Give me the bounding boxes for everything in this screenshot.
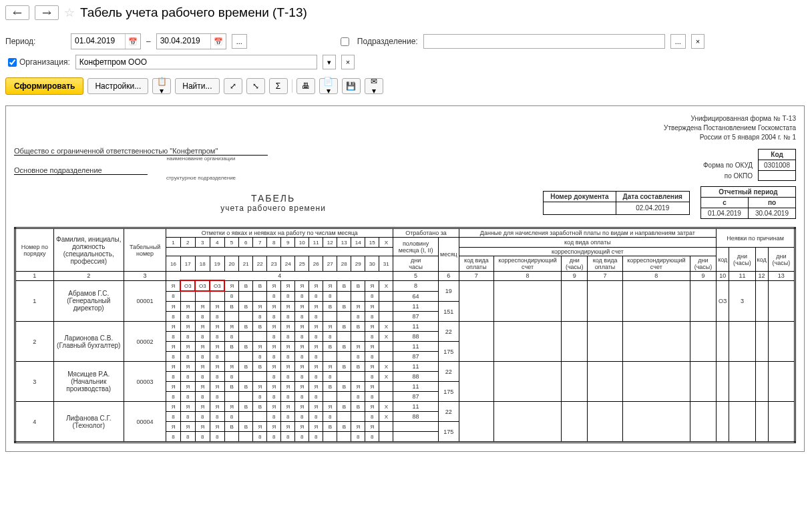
find-button[interactable]: Найти... [175, 78, 219, 94]
timesheet-table: Номер по порядкуФамилия, инициалы, должн… [14, 227, 796, 443]
division-dots-button[interactable]: ... [670, 34, 686, 49]
print-icon[interactable]: 🖶 [296, 78, 315, 94]
period-label: Период: [5, 37, 65, 46]
period-dash: – [146, 37, 151, 46]
sum-icon[interactable]: Σ [269, 78, 288, 94]
calendar-from-icon[interactable]: 📅 [125, 34, 140, 49]
company-name: Общество с ограниченной ответственностью… [14, 147, 268, 156]
org-checkbox[interactable] [8, 58, 17, 67]
back-button[interactable]: 🡐 [5, 5, 29, 20]
variants-icon[interactable]: 📋▾ [152, 78, 171, 94]
tabel-title: ТАБЕЛЬ [14, 193, 532, 204]
division-clear-button[interactable]: × [691, 34, 704, 49]
company-sub: наименование организации [14, 156, 388, 162]
period-from-input[interactable] [71, 34, 125, 47]
doc-num-table: Номер документаДата составления 02.04.20… [543, 191, 690, 215]
org-label: Организация: [19, 57, 70, 67]
main-division-sub: структурное подразделение [14, 175, 388, 181]
report-area: Унифицированная форма № Т-13 Утверждена … [5, 105, 805, 452]
forward-button[interactable]: 🡒 [35, 5, 59, 20]
code-table: Код Форма по ОКУД0301008 по ОКПО [698, 149, 796, 181]
org-input[interactable] [75, 55, 317, 69]
division-input[interactable] [423, 34, 665, 49]
favorite-star-icon[interactable]: ☆ [64, 5, 75, 20]
collapse-icon[interactable]: ⤡ [246, 78, 265, 94]
division-label: Подразделение: [357, 37, 418, 46]
preview-icon[interactable]: 📄▾ [319, 78, 338, 94]
period-dots-button[interactable]: ... [232, 34, 247, 49]
settings-button[interactable]: Настройки... [87, 78, 148, 94]
form-header-l2: Утверждена Постановлением Госкомстата [14, 123, 796, 133]
tabel-subtitle: учета рабочего времени [14, 204, 532, 213]
main-division: Основное подразделение [14, 166, 148, 175]
report-period-table: Отчетный период спо 01.04.201930.04.2019 [700, 186, 796, 219]
expand-icon[interactable]: ⤢ [224, 78, 242, 94]
org-clear-button[interactable]: × [341, 55, 355, 69]
division-checkbox[interactable] [341, 37, 349, 46]
form-header-l3: России от 5 января 2004 г. № 1 [14, 133, 796, 142]
page-title: Табель учета рабочего времени (Т-13) [80, 5, 307, 20]
org-dropdown-button[interactable]: ▾ [323, 55, 336, 69]
generate-button[interactable]: Сформировать [5, 77, 83, 95]
email-icon[interactable]: ✉▾ [365, 78, 383, 94]
save-icon[interactable]: 💾 [342, 78, 361, 94]
period-to-input[interactable] [157, 34, 210, 47]
form-header-l1: Унифицированная форма № Т-13 [14, 114, 796, 123]
calendar-to-icon[interactable]: 📅 [210, 34, 226, 49]
